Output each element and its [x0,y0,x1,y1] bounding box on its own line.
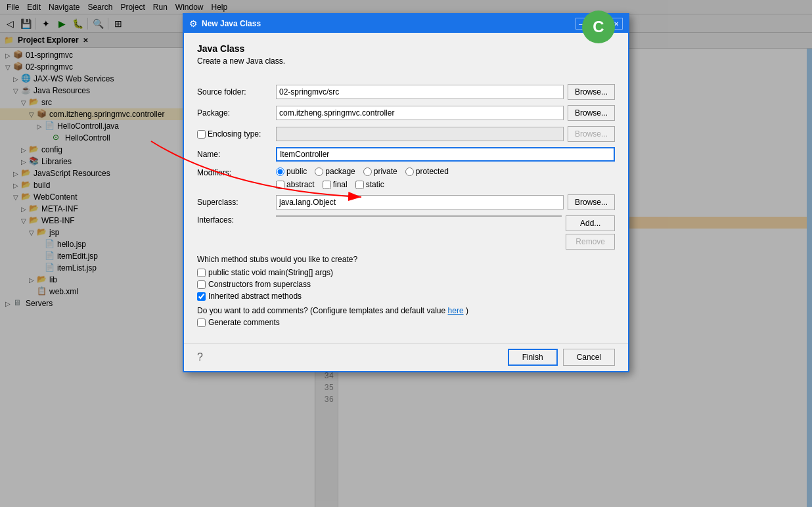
enclosing-type-row: Enclosing type: Browse... [197,126,615,142]
stub-main-row: public static void main(String[] args) [197,268,615,277]
dialog-titlebar: ⚙ New Java Class — □ ✕ [184,14,628,33]
enclosing-type-checkbox[interactable] [197,130,206,139]
dialog-footer: ? Finish Cancel [184,343,628,371]
cancel-button[interactable]: Cancel [563,349,615,366]
stub-constructor-check[interactable] [197,280,206,289]
modifier-static-text: static [366,180,384,189]
stub-constructor-row: Constructors from superclass [197,280,615,289]
name-row: Name: [197,147,615,162]
modifier-package-text: package [325,167,355,176]
generate-comments-row: Generate comments [197,318,615,327]
modifier-final-check[interactable] [323,181,331,189]
package-input[interactable] [276,106,564,120]
enclosing-type-browse-btn: Browse... [568,126,615,142]
superclass-label: Superclass: [197,198,276,207]
dialog-gear-icon: ⚙ [189,18,198,29]
stub-inherited-label: Inherited abstract methods [208,292,302,301]
enclosing-type-input[interactable] [276,127,564,141]
modifier-final-label[interactable]: final [323,180,348,189]
source-folder-row: Source folder: Browse... [197,84,615,100]
source-folder-browse-btn[interactable]: Browse... [568,84,615,100]
superclass-row: Superclass: Browse... [197,194,615,210]
comments-title-text: Do you want to add comments? (Configure … [197,306,445,315]
modifiers-label: Modifiers: [197,168,276,177]
modifier-package-radio[interactable] [315,167,323,176]
dialog-overlay: ⚙ New Java Class — □ ✕ Java Class Create… [0,0,812,507]
modifier-protected-text: protected [416,167,449,176]
superclass-input[interactable] [276,195,564,209]
stubs-section: Which method stubs would you like to cre… [197,255,615,301]
modifiers-row: Modifiers: public package private prot [197,167,615,189]
stub-main-label: public static void main(String[] args) [208,268,333,277]
name-label: Name: [197,150,276,159]
package-row: Package: Browse... [197,105,615,121]
modifier-private-label[interactable]: private [363,167,397,176]
dialog-logo: C [582,11,615,43]
dialog-section-title: Java Class [197,43,582,54]
source-folder-label: Source folder: [197,87,276,97]
new-java-class-dialog: ⚙ New Java Class — □ ✕ Java Class Create… [183,13,629,372]
stub-constructor-label: Constructors from superclass [208,280,311,289]
dialog-section-desc: Create a new Java class. [197,56,582,66]
modifier-public-label[interactable]: public [276,167,307,176]
comments-title-end: ) [466,306,468,315]
source-folder-input[interactable] [276,85,564,99]
modifier-public-text: public [286,167,307,176]
dialog-body: Java Class Create a new Java class. C So… [184,33,628,343]
modifier-abstract-text: abstract [286,180,315,189]
finish-button[interactable]: Finish [508,349,558,366]
modifier-protected-radio[interactable] [405,167,414,176]
comments-section: Do you want to add comments? (Configure … [197,306,615,327]
interfaces-box[interactable] [276,215,562,217]
interfaces-label: Interfaces: [197,215,276,225]
modifier-abstract-check[interactable] [276,181,284,189]
comments-title: Do you want to add comments? (Configure … [197,306,615,315]
stub-inherited-check[interactable] [197,292,206,301]
package-label: Package: [197,108,276,118]
generate-comments-check[interactable] [197,319,206,327]
modifiers-options: public package private protected [276,167,449,176]
modifier-private-text: private [374,167,397,176]
modifier-private-radio[interactable] [363,167,372,176]
modifier-static-label[interactable]: static [355,180,384,189]
help-icon[interactable]: ? [197,351,203,363]
package-browse-btn[interactable]: Browse... [568,105,615,121]
add-interface-btn[interactable]: Add... [566,215,615,231]
stub-main-check[interactable] [197,269,206,277]
generate-comments-label: Generate comments [208,318,280,327]
dialog-title: New Java Class [202,19,572,28]
superclass-browse-btn[interactable]: Browse... [568,194,615,210]
modifier-protected-label[interactable]: protected [405,167,449,176]
modifier-public-radio[interactable] [276,167,284,176]
stubs-title: Which method stubs would you like to cre… [197,255,615,264]
modifier-final-text: final [333,180,348,189]
interfaces-row: Interfaces: Add... Remove [197,215,615,250]
name-input[interactable] [276,147,615,162]
interfaces-buttons: Add... Remove [566,215,615,250]
modifier-package-label[interactable]: package [315,167,355,176]
stub-inherited-row: Inherited abstract methods [197,292,615,301]
modifier-abstract-label[interactable]: abstract [276,180,315,189]
modifier-static-check[interactable] [355,181,364,189]
comments-link[interactable]: here [448,306,464,315]
enclosing-type-label: Enclosing type: [208,129,261,139]
remove-interface-btn[interactable]: Remove [566,234,615,250]
